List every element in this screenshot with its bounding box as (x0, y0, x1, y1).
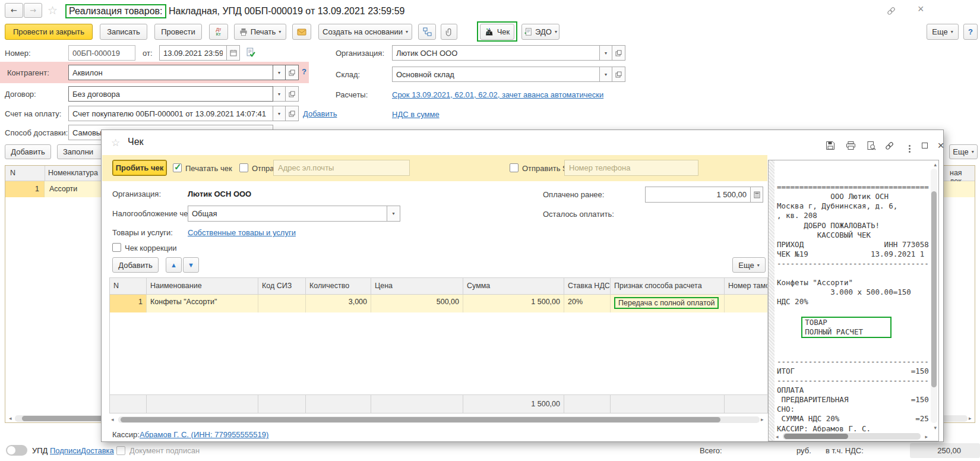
col-n[interactable]: N (110, 278, 147, 294)
contract-combobox[interactable]: Без договора (68, 86, 273, 102)
check-table-scroll-right-icon[interactable]: ▸ (761, 416, 764, 422)
cell-price[interactable]: 500,00 (371, 295, 463, 312)
structure-button[interactable] (418, 24, 436, 40)
col-siz[interactable]: Код СИЗ (258, 278, 306, 294)
dialog-print-icon[interactable] (844, 140, 857, 151)
correction-checkbox[interactable] (112, 243, 121, 252)
items-row-n-cell[interactable]: 1 (5, 181, 45, 197)
email-input[interactable] (273, 160, 410, 176)
send-sms-checkbox[interactable] (510, 163, 519, 172)
check-table-h-scrollbar[interactable] (118, 416, 760, 423)
col-sum[interactable]: Сумма (463, 278, 564, 294)
save-button[interactable]: Записать (100, 24, 147, 40)
counterparty-combobox[interactable]: Аквилон (68, 65, 273, 80)
organization-combobox[interactable]: Лютик ОСН ООО (392, 45, 600, 61)
items-scroll-right-icon[interactable]: ▸ (969, 415, 972, 421)
receipt-scroll-down-icon[interactable]: ▾ (934, 425, 937, 431)
receipt-scroll-up-icon[interactable]: ▴ (934, 162, 937, 168)
check-table-row[interactable]: 1 Конфеты "Ассорти" 3,000 500,00 1 500,0… (110, 295, 767, 312)
col-name[interactable]: Наименование (147, 278, 258, 294)
post-button[interactable]: Провести (154, 24, 202, 40)
help-button[interactable]: ? (963, 24, 978, 40)
cell-siz[interactable] (258, 295, 306, 312)
col-price[interactable]: Цена (371, 278, 463, 294)
counterparty-dropdown-button[interactable]: ▾ (273, 65, 286, 80)
taxation-dropdown-button[interactable]: ▾ (387, 206, 400, 222)
taxation-combobox[interactable]: Общая (188, 206, 387, 222)
invoice-dropdown-button[interactable]: ▾ (273, 106, 286, 121)
main-more-button[interactable]: Еще▾ (927, 24, 959, 40)
cell-payment-method[interactable]: Передача с полной оплатой (611, 295, 725, 312)
organization-dropdown-button[interactable]: ▾ (600, 45, 612, 61)
number-input[interactable]: 00БП-000019 (68, 45, 135, 61)
col-vat[interactable]: Ставка НДС (564, 278, 611, 294)
cell-vat[interactable]: 20% (564, 295, 611, 312)
window-close-icon[interactable]: × (918, 3, 924, 15)
dialog-more-button[interactable]: Еще▾ (732, 257, 766, 273)
email-button[interactable] (292, 24, 311, 40)
items-add-button[interactable]: Добавить (5, 144, 51, 159)
cell-qty[interactable]: 3,000 (306, 295, 371, 312)
date-input[interactable]: 13.09.2021 23:59:59 (159, 45, 227, 61)
dialog-save-icon[interactable] (824, 140, 837, 151)
show-postings-icon[interactable] (246, 48, 256, 58)
col-payment-method[interactable]: Признак способа расчета (611, 278, 725, 294)
punch-check-button[interactable]: Пробить чек (112, 160, 167, 176)
cell-n[interactable]: 1 (110, 295, 147, 312)
upd-toggle[interactable] (6, 445, 27, 456)
counterparty-open-button[interactable] (286, 65, 299, 80)
contract-dropdown-button[interactable]: ▾ (273, 86, 286, 102)
dialog-link-icon[interactable] (883, 140, 896, 151)
goods-services-link[interactable]: Собственные товары и услуги (188, 228, 296, 237)
dialog-star-icon[interactable]: ☆ (111, 137, 120, 149)
receipt-v-scrollbar[interactable] (931, 169, 937, 423)
items-col-nomenclature[interactable]: Номенклатура (48, 169, 98, 177)
attachments-button[interactable] (441, 24, 457, 40)
signatures-link[interactable]: Подписи (50, 446, 81, 455)
send-email-checkbox[interactable] (239, 163, 248, 172)
items-col-n[interactable]: N (10, 169, 15, 177)
receipt-h-scrollbar[interactable] (783, 433, 921, 440)
dialog-more-icon[interactable] (903, 140, 916, 151)
cell-customs[interactable] (725, 295, 768, 312)
receipt-scroll-left-icon[interactable]: ◂ (776, 434, 779, 440)
paid-earlier-input[interactable]: 1 500,00 (645, 187, 751, 203)
post-and-close-button[interactable]: Провести и закрыть (5, 24, 93, 40)
invoice-combobox[interactable]: Счет покупателю 00БП-000001 от 13.09.202… (68, 106, 273, 121)
doc-signed-checkbox[interactable] (116, 446, 125, 455)
dialog-add-button[interactable]: Добавить (112, 257, 159, 273)
dialog-close-icon[interactable]: × (934, 140, 947, 151)
cashier-link[interactable]: Абрамов Г. С. (ИНН: 779955555519) (140, 430, 268, 439)
print-button[interactable]: Печать▾ (234, 24, 286, 40)
warehouse-dropdown-button[interactable]: ▾ (600, 67, 612, 82)
items-scroll-left-icon[interactable]: ◂ (9, 415, 12, 421)
items-row-name-cell[interactable]: Ассорти (49, 185, 77, 193)
warehouse-open-button[interactable] (612, 67, 625, 82)
add-invoice-link[interactable]: Добавить (303, 109, 337, 118)
favorite-star-icon[interactable]: ☆ (48, 4, 58, 17)
dialog-maximize-icon[interactable] (918, 140, 931, 151)
check-button[interactable]: Чек (480, 24, 514, 40)
check-table-scroll-left-icon[interactable]: ◂ (111, 416, 114, 422)
dialog-preview-icon[interactable] (865, 140, 878, 151)
delivery-link[interactable]: Доставка (81, 446, 114, 455)
invoice-open-button[interactable] (286, 106, 299, 121)
edo-button[interactable]: ЭДО▾ (521, 24, 559, 40)
print-check-checkbox[interactable] (173, 163, 182, 172)
items-more-button[interactable]: Еще▾ (949, 144, 978, 159)
receipt-scroll-right-icon[interactable]: ▸ (925, 434, 928, 440)
back-button[interactable]: ← (5, 3, 23, 18)
phone-input[interactable] (564, 160, 698, 176)
paid-earlier-calc-button[interactable] (751, 187, 763, 203)
warehouse-combobox[interactable]: Основной склад (392, 67, 600, 82)
vat-in-sum-link[interactable]: НДС в сумме (392, 110, 440, 119)
create-based-on-button[interactable]: Создать на основании▾ (318, 24, 412, 40)
row-up-button[interactable]: ▲ (166, 257, 182, 273)
forward-button[interactable]: → (24, 3, 42, 18)
settlements-link[interactable]: Срок 13.09.2021, 62.01, 62.02, зачет ава… (392, 90, 603, 99)
organization-open-button[interactable] (612, 45, 625, 61)
date-calendar-button[interactable] (227, 45, 240, 61)
row-down-button[interactable]: ▼ (183, 257, 199, 273)
cell-sum[interactable]: 1 500,00 (463, 295, 564, 312)
contract-open-button[interactable] (286, 86, 299, 102)
